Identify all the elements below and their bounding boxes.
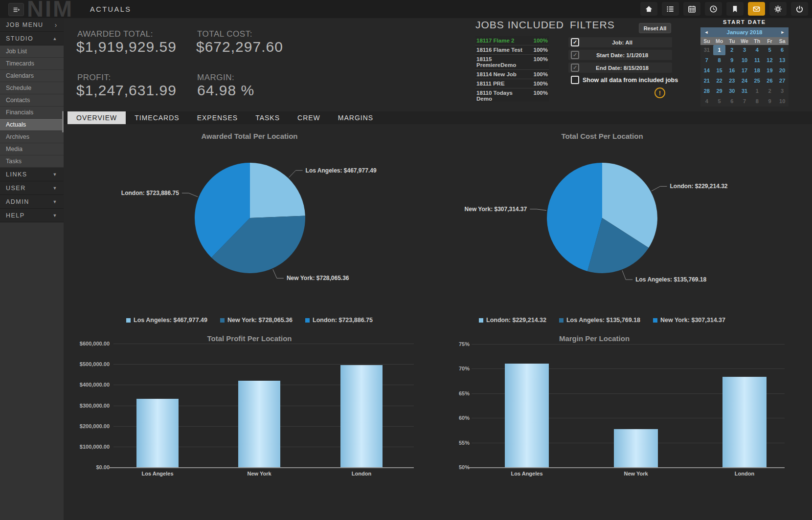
sidebar-item-tasks[interactable]: Tasks xyxy=(0,155,64,168)
calendar-day[interactable]: 22 xyxy=(713,76,726,86)
sidebar-section-links[interactable]: LINKS▼ xyxy=(0,168,64,181)
calendar-day[interactable]: 14 xyxy=(700,65,713,76)
calendar-day[interactable]: 7 xyxy=(700,55,713,65)
legend-item[interactable]: Los Angeles: $135,769.18 xyxy=(559,317,640,324)
job-row[interactable]: 18117 Flame 2100% xyxy=(475,36,549,45)
calendar-day[interactable]: 2 xyxy=(725,45,738,55)
calendar-day[interactable]: 11 xyxy=(751,55,764,65)
tab-crew[interactable]: CREW xyxy=(289,111,329,124)
calendar-month-label[interactable]: January 2018 xyxy=(712,29,777,35)
calendar-day[interactable]: 19 xyxy=(764,65,776,76)
calendar-prev-icon[interactable]: ◄ xyxy=(700,30,712,35)
sidebar-section-user[interactable]: USER▼ xyxy=(0,181,64,195)
calendar-day[interactable]: 31 xyxy=(700,45,713,55)
calendar-day[interactable]: 3 xyxy=(776,86,789,96)
calendar-day[interactable]: 23 xyxy=(725,76,738,86)
calendar-day[interactable]: 17 xyxy=(738,65,751,76)
job-row[interactable]: 18111 PRE100% xyxy=(475,79,549,88)
clock-button[interactable] xyxy=(705,2,722,16)
legend-item[interactable]: London: $723,886.75 xyxy=(305,317,373,324)
calendar-day[interactable]: 21 xyxy=(700,76,713,86)
sidebar-item-contacts[interactable]: Contacts xyxy=(0,94,64,107)
calendar-day[interactable]: 31 xyxy=(738,86,751,96)
sidebar-section-studio[interactable]: STUDIO▲ xyxy=(0,32,64,45)
calendar-day[interactable]: 4 xyxy=(700,96,713,107)
calendar-day[interactable]: 6 xyxy=(725,96,738,107)
tab-timecards[interactable]: TIMECARDS xyxy=(126,111,188,124)
calendar-button[interactable] xyxy=(683,2,700,16)
y-axis-tick-label: $600,000.00 xyxy=(64,340,110,347)
calendar-day[interactable]: 4 xyxy=(751,45,764,55)
calendar-day[interactable]: 2 xyxy=(764,86,776,96)
show-all-data-checkbox-row[interactable]: Show all data from included jobs xyxy=(568,76,678,84)
calendar-day[interactable]: 10 xyxy=(776,96,789,107)
checkbox-icon[interactable]: ✓ xyxy=(571,64,579,72)
calendar-day[interactable]: 30 xyxy=(725,86,738,96)
legend-item[interactable]: London: $229,214.32 xyxy=(479,317,546,324)
tab-expenses[interactable]: EXPENSES xyxy=(188,111,247,124)
bookmark-button[interactable] xyxy=(726,2,744,16)
gear-button[interactable] xyxy=(769,2,787,16)
calendar-day[interactable]: 7 xyxy=(738,96,751,107)
sidebar-item-financials[interactable]: Financials xyxy=(0,107,64,119)
calendar-day[interactable]: 18 xyxy=(751,65,764,76)
calendar-next-icon[interactable]: ► xyxy=(777,30,789,35)
calendar-day[interactable]: 5 xyxy=(764,45,776,55)
calendar-day[interactable]: 6 xyxy=(776,45,789,55)
calendar-day[interactable]: 24 xyxy=(738,76,751,86)
checkbox-icon[interactable]: ✓ xyxy=(571,38,579,46)
calendar-day[interactable]: 28 xyxy=(700,86,713,96)
calendar-day[interactable]: 3 xyxy=(738,45,751,55)
calendar-day[interactable]: 8 xyxy=(713,55,726,65)
calendar-day[interactable]: 16 xyxy=(725,65,738,76)
legend-item[interactable]: New York: $307,314.37 xyxy=(653,317,725,324)
sidebar-item-calendars[interactable]: Calendars xyxy=(0,70,64,82)
legend-item[interactable]: New York: $728,065.36 xyxy=(220,317,293,324)
job-row[interactable]: 18110 Todays Demo100% xyxy=(475,88,549,102)
job-row[interactable]: 18114 New Job100% xyxy=(475,70,549,79)
calendar-day[interactable]: 8 xyxy=(751,96,764,107)
tab-overview[interactable]: OVERVIEW xyxy=(68,111,126,124)
home-button[interactable] xyxy=(640,2,657,16)
filter-row-end-date[interactable]: ✓End Date: 8/15/2018 xyxy=(568,63,672,73)
reset-all-button[interactable]: Reset All xyxy=(639,23,671,33)
calendar-day[interactable]: 27 xyxy=(776,76,789,86)
calendar-day[interactable]: 5 xyxy=(713,96,726,107)
sidebar-item-schedule[interactable]: Schedule xyxy=(0,82,64,94)
bar-new-york xyxy=(238,381,280,467)
job-row[interactable]: 18115 PremiereDemo100% xyxy=(475,55,549,70)
calendar-day[interactable]: 29 xyxy=(713,86,726,96)
calendar-day-selected[interactable]: 1 xyxy=(713,45,726,55)
calendar-day[interactable]: 13 xyxy=(776,55,789,65)
power-button[interactable] xyxy=(791,2,808,16)
calendar-day[interactable]: 20 xyxy=(776,65,789,76)
filter-row-start-date[interactable]: ✓Start Date: 1/1/2018 xyxy=(568,50,672,60)
job-row[interactable]: 18116 Flame Test100% xyxy=(475,45,549,55)
filter-row-job[interactable]: ✓Job: All xyxy=(568,37,672,47)
sidebar-section-help[interactable]: HELP▼ xyxy=(0,209,64,222)
sidebar-collapse-button[interactable] xyxy=(8,3,24,16)
sidebar-scrollbar[interactable] xyxy=(62,111,64,132)
calendar-day[interactable]: 25 xyxy=(751,76,764,86)
calendar-day[interactable]: 1 xyxy=(751,86,764,96)
calendar-day[interactable]: 26 xyxy=(764,76,776,86)
sidebar-item-timecards[interactable]: Timecards xyxy=(0,58,64,70)
calendar-day[interactable]: 10 xyxy=(738,55,751,65)
sidebar-item-job-list[interactable]: Job List xyxy=(0,45,64,58)
calendar-day[interactable]: 15 xyxy=(713,65,726,76)
sidebar-section-admin[interactable]: ADMIN▼ xyxy=(0,195,64,209)
legend-item[interactable]: Los Angeles: $467,977.49 xyxy=(126,317,207,324)
mail-button[interactable] xyxy=(748,2,765,16)
checkbox-icon[interactable]: ✓ xyxy=(571,51,579,59)
tab-margins[interactable]: MARGINS xyxy=(329,111,382,124)
calendar-day[interactable]: 12 xyxy=(764,55,776,65)
warning-icon[interactable]: ! xyxy=(654,87,665,98)
sidebar-item-actuals[interactable]: Actuals xyxy=(0,119,64,131)
list-button[interactable] xyxy=(662,2,679,16)
sidebar-item-media[interactable]: Media xyxy=(0,143,64,155)
calendar-day[interactable]: 9 xyxy=(725,55,738,65)
calendar-day[interactable]: 9 xyxy=(764,96,776,107)
show-all-checkbox[interactable] xyxy=(571,76,579,84)
tab-tasks[interactable]: TASKS xyxy=(247,111,289,124)
sidebar-item-archives[interactable]: Archives xyxy=(0,131,64,143)
